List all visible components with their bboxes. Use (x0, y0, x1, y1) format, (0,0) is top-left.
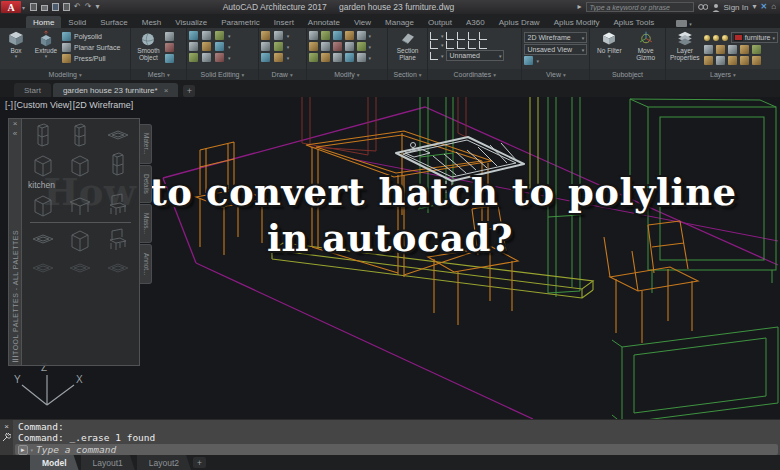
draw-panel-label[interactable]: Draw ▾ (259, 69, 306, 80)
smooth-object-button[interactable]: Smooth Object (133, 30, 163, 61)
dropdown-caret-icon[interactable]: ▾ (369, 55, 381, 61)
layer-tool-icon[interactable] (740, 45, 749, 54)
tool-icon[interactable] (333, 42, 342, 51)
solid-editing-panel-label[interactable]: Solid Editing ▾ (187, 69, 258, 80)
tool-icon[interactable] (215, 42, 224, 51)
named-view-dropdown[interactable]: Unsaved View▾ (524, 44, 587, 55)
palette-tool-cabinet[interactable] (30, 192, 56, 218)
tool-icon[interactable] (202, 42, 211, 51)
wrench-icon[interactable] (2, 433, 11, 442)
ribbon-tab-view[interactable]: View (347, 16, 378, 28)
ribbon-tab-mesh[interactable]: Mesh (135, 16, 169, 28)
palette-tab-materials[interactable]: Mater... (140, 124, 152, 164)
palette-tool-sink[interactable] (105, 123, 131, 149)
maroon-frame[interactable] (302, 97, 466, 155)
layer-tool-icon[interactable] (752, 45, 761, 54)
layer-dropdown[interactable]: furniture ▾ (731, 32, 778, 43)
auto-hide-icon[interactable]: « (13, 129, 17, 139)
new-file-icon[interactable] (30, 3, 37, 11)
tool-icon[interactable] (321, 53, 330, 62)
ucs-tool-icon[interactable] (457, 41, 465, 49)
layer-tool-icon[interactable] (752, 56, 761, 65)
ucs-tool-icon[interactable] (479, 41, 487, 49)
extrude-button[interactable]: Extrude ▾ (32, 30, 60, 58)
ucs-icon[interactable]: Y Z X (14, 362, 83, 405)
palette-tool-cabinet[interactable] (30, 123, 56, 149)
drawing-canvas[interactable]: [-] [Custom View] [2D Wireframe] (0, 97, 780, 419)
tool-icon[interactable] (189, 31, 198, 40)
stay-connected-icon[interactable]: ⌂ (771, 2, 776, 12)
tool-icon[interactable] (202, 53, 211, 62)
tool-icon[interactable] (321, 42, 330, 51)
command-window[interactable]: × Command: Command: _.erase 1 found ▸ ▾ (0, 419, 780, 455)
layout-tab-model[interactable]: Model (30, 455, 79, 470)
properties-menu-icon[interactable]: ☰ (11, 355, 18, 365)
tool-icon[interactable] (215, 31, 224, 40)
palette-tool-cabinet[interactable] (67, 152, 93, 178)
palette-tool-cabinet[interactable] (67, 227, 93, 253)
tool-icon[interactable] (189, 53, 198, 62)
new-drawing-button[interactable]: + (183, 85, 195, 97)
tool-icon[interactable] (202, 31, 211, 40)
tool-icon[interactable] (357, 53, 366, 62)
visual-style-dropdown[interactable]: 2D Wireframe▾ (524, 32, 587, 43)
dropdown-caret-icon[interactable]: ▾ (369, 33, 381, 39)
palette-tool-cabinet[interactable] (105, 152, 131, 178)
tool-icon[interactable] (309, 31, 318, 40)
tool-icon[interactable] (309, 53, 318, 62)
palette-tab-details[interactable]: Details (140, 165, 152, 203)
tool-icon[interactable] (345, 42, 354, 51)
ribbon-tab-aplus-draw[interactable]: Aplus Draw (492, 16, 547, 28)
layers-panel-label[interactable]: Layers ▾ (666, 69, 780, 80)
ucs-tool-icon[interactable] (457, 32, 465, 40)
ucs-tool-icon[interactable] (479, 32, 487, 40)
ribbon-tab-solid[interactable]: Solid (61, 16, 93, 28)
sign-in-link[interactable]: Sign In (724, 3, 749, 12)
tool-icon[interactable] (215, 53, 224, 62)
dropdown-caret-icon[interactable]: ▾ (228, 33, 241, 39)
command-input[interactable] (36, 444, 775, 455)
tool-icon[interactable] (357, 31, 366, 40)
dropdown-caret-icon[interactable]: ▾ (369, 44, 381, 50)
ucs-tool-icon[interactable] (468, 41, 476, 49)
modify-panel-label[interactable]: Modify ▾ (307, 69, 388, 80)
dropdown-caret-icon[interactable]: ▾ (287, 44, 300, 50)
palette-tab-annotation[interactable]: Annot... (140, 244, 152, 284)
tool-icon[interactable] (261, 53, 270, 62)
tool-icon[interactable] (261, 31, 270, 40)
ribbon-tab-parametric[interactable]: Parametric (214, 16, 267, 28)
subobject-panel-label[interactable]: Subobject (590, 69, 665, 80)
ribbon-tab-surface[interactable]: Surface (93, 16, 135, 28)
tool-icon[interactable] (274, 42, 283, 51)
layout-tab-layout2[interactable]: Layout2 (137, 455, 191, 470)
undo-icon[interactable]: ↶ (74, 3, 81, 11)
layer-tool-icon[interactable] (740, 56, 749, 65)
dropdown-caret-icon[interactable]: ▾ (287, 33, 300, 39)
redo-icon[interactable]: ↷ (85, 3, 92, 11)
open-file-icon[interactable] (41, 5, 48, 11)
help-search-input[interactable] (586, 2, 694, 12)
ribbon-tab-manage[interactable]: Manage (378, 16, 421, 28)
tool-icon[interactable] (357, 42, 366, 51)
dropdown-caret-icon[interactable]: ▾ (441, 33, 444, 39)
tool-palettes-window[interactable]: × « TOOL PALETTES - ALL PALETTES ☰ kitch… (8, 118, 152, 366)
palette-tool-chair[interactable] (105, 192, 131, 218)
layer-tool-icon[interactable] (716, 45, 725, 54)
tool-icon[interactable] (189, 42, 198, 51)
box-button[interactable]: Box ▾ (2, 30, 30, 58)
viewport-minimize-control[interactable]: [-] (5, 100, 13, 110)
layer-tool-icon[interactable] (728, 56, 737, 65)
palette-tool-sink[interactable] (30, 256, 56, 282)
viewport-view-control[interactable]: [Custom View] (14, 100, 72, 110)
palette-tab-massing[interactable]: Mass... (140, 204, 152, 243)
ribbon-tab-a360[interactable]: A360 (459, 16, 492, 28)
palette-tool-cabinet[interactable] (67, 123, 93, 149)
section-plane-button[interactable]: Section Plane (391, 30, 425, 61)
close-icon[interactable]: × (4, 422, 9, 431)
viewport-config-icon[interactable] (524, 56, 533, 65)
dropdown-caret-icon[interactable]: ▾ (441, 53, 444, 59)
tool-icon[interactable] (309, 42, 318, 51)
dropdown-caret-icon[interactable]: ▾ (228, 44, 241, 50)
close-icon[interactable]: × (164, 86, 169, 95)
tool-icon[interactable] (274, 53, 283, 62)
